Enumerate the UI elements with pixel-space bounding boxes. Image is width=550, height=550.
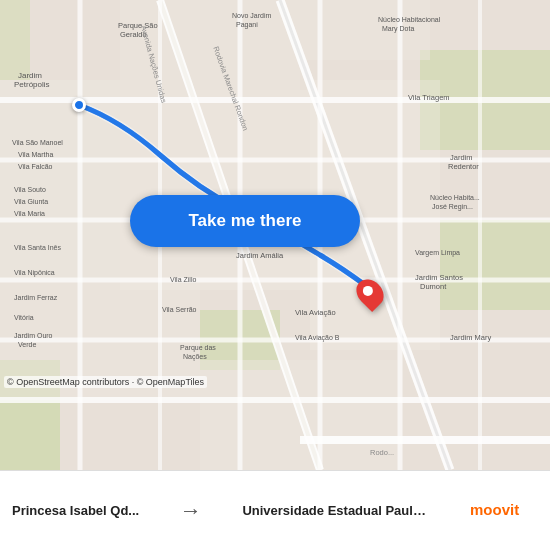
svg-text:Vila Triagem: Vila Triagem [408, 93, 450, 102]
svg-text:Jardim Santos: Jardim Santos [415, 273, 463, 282]
svg-text:Vila Falcão: Vila Falcão [18, 163, 53, 170]
origin-marker [72, 98, 86, 112]
svg-text:Rodo...: Rodo... [370, 448, 394, 457]
svg-text:Vila Nipônica: Vila Nipônica [14, 269, 55, 277]
svg-text:Núcleo Habita...: Núcleo Habita... [430, 194, 480, 201]
svg-text:Jardim Mary: Jardim Mary [450, 333, 492, 342]
svg-text:Novo Jardim: Novo Jardim [232, 12, 271, 19]
svg-rect-10 [120, 90, 320, 290]
map-attribution: © OpenStreetMap contributors · © OpenMap… [4, 376, 207, 388]
svg-text:Verde: Verde [18, 341, 36, 348]
route-arrow: → [180, 498, 202, 524]
svg-text:Dumont: Dumont [420, 282, 447, 291]
svg-text:Vila Giunta: Vila Giunta [14, 198, 48, 205]
svg-text:Vila Zillo: Vila Zillo [170, 276, 196, 283]
svg-text:Jardim Amália: Jardim Amália [236, 251, 284, 260]
origin-location: Princesa Isabel Qd... [12, 503, 139, 518]
svg-text:Núcleo Habitacional: Núcleo Habitacional [378, 16, 441, 23]
svg-text:Vila Aviação B: Vila Aviação B [295, 334, 340, 342]
svg-text:Jardim: Jardim [450, 153, 473, 162]
moovit-logo: moovit [470, 495, 538, 527]
svg-text:Vila Aviação: Vila Aviação [295, 308, 336, 317]
destination-location: Universidade Estadual Paulis... [242, 503, 427, 518]
svg-text:Redentor: Redentor [448, 162, 479, 171]
svg-text:Vila Maria: Vila Maria [14, 210, 45, 217]
svg-text:Vila São Manoel: Vila São Manoel [12, 139, 63, 146]
svg-text:Vila Santa Inês: Vila Santa Inês [14, 244, 61, 251]
svg-text:Nações: Nações [183, 353, 207, 361]
svg-text:Jardim Ferraz: Jardim Ferraz [14, 294, 58, 301]
svg-text:Vila Serrão: Vila Serrão [162, 306, 197, 313]
svg-rect-4 [440, 220, 550, 310]
footer: Princesa Isabel Qd... → Universidade Est… [0, 470, 550, 550]
svg-text:Vila Martha: Vila Martha [18, 151, 53, 158]
origin-name: Princesa Isabel Qd... [12, 503, 139, 518]
svg-text:Vitória: Vitória [14, 314, 34, 321]
take-me-there-button[interactable]: Take me there [130, 195, 360, 247]
destination-name: Universidade Estadual Paulis... [242, 503, 427, 518]
svg-rect-5 [0, 0, 30, 80]
svg-text:Parque das: Parque das [180, 344, 216, 352]
svg-text:Mary Dota: Mary Dota [382, 25, 414, 33]
svg-text:moovit: moovit [470, 501, 519, 518]
svg-text:José Regin...: José Regin... [432, 203, 473, 211]
svg-text:Pagani: Pagani [236, 21, 258, 29]
svg-text:Vila Souto: Vila Souto [14, 186, 46, 193]
svg-text:Jardim: Jardim [18, 71, 42, 80]
svg-text:Vargem Limpa: Vargem Limpa [415, 249, 460, 257]
map-container: Jardim Petrópolis Parque São Geraldo Nov… [0, 0, 550, 470]
svg-text:Parque São: Parque São [118, 21, 158, 30]
svg-text:Jardim Ouro: Jardim Ouro [14, 332, 53, 339]
svg-text:Petrópolis: Petrópolis [14, 80, 50, 89]
